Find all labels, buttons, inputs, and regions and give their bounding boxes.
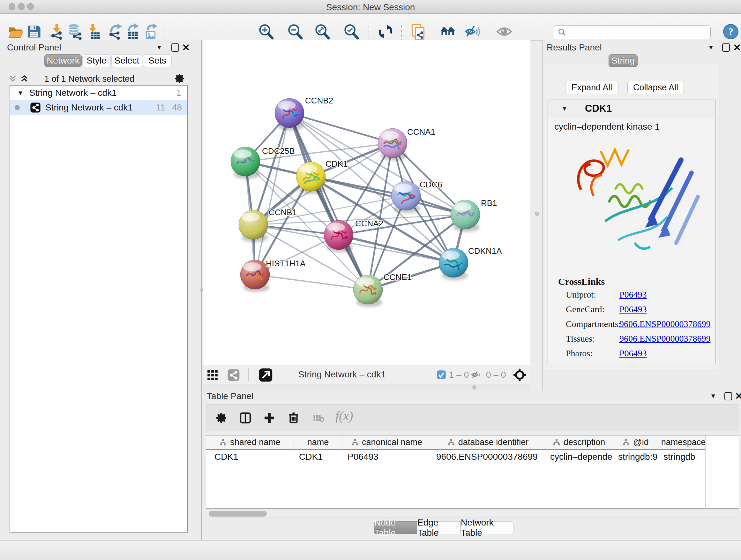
node-cdkn1a[interactable] [439, 248, 468, 277]
table-options-gear-icon[interactable] [215, 412, 228, 426]
node-hist1h1a[interactable] [240, 260, 270, 289]
node-cdk1[interactable] [296, 162, 326, 191]
birds-eye-view-icon[interactable] [513, 368, 527, 383]
eye-slash-icon [464, 23, 481, 40]
zoom-selected-button[interactable] [342, 23, 360, 41]
crosslink-link[interactable]: P06493 [619, 290, 647, 300]
results-panel-close-icon[interactable]: ✕ [733, 43, 741, 52]
right-splitter-handle[interactable] [535, 212, 539, 216]
table-toolbar: f(x) [206, 404, 739, 431]
search-input[interactable] [569, 27, 706, 38]
node-ccnb1[interactable] [239, 210, 268, 240]
export-image-button[interactable] [142, 23, 159, 41]
node-details-header[interactable]: ▼ CDK1 [548, 100, 715, 118]
tab-node-table[interactable]: Node Table [374, 521, 417, 534]
collapse-caret-icon[interactable]: ▼ [561, 105, 568, 112]
table-horizontal-scrollbar[interactable] [206, 509, 739, 518]
table-cell[interactable]: stringdb [658, 450, 705, 464]
tab-network-table[interactable]: Network Table [461, 521, 514, 534]
status-bar: Memory [0, 540, 741, 560]
crosslink-link[interactable]: 9606.ENSP00000378699 [619, 319, 711, 329]
network-status-dot-icon [15, 105, 20, 110]
tab-network[interactable]: Network [44, 54, 82, 67]
save-session-button[interactable] [25, 23, 43, 41]
tree-expand-caret-icon[interactable]: ▼ [17, 89, 23, 97]
import-table-file-button[interactable] [84, 23, 103, 41]
add-column-icon[interactable] [263, 412, 276, 426]
export-table-button[interactable] [124, 23, 141, 41]
results-panel-float-icon[interactable] [722, 44, 730, 52]
column-header[interactable]: description [545, 435, 613, 449]
zoom-in-button[interactable] [257, 23, 275, 41]
table-cell[interactable]: stringdb:9... [613, 450, 658, 464]
import-network-file-button[interactable] [48, 23, 66, 41]
table-row[interactable]: CDK1 CDK1 P06493 9606.ENSP00000378699 cy… [206, 450, 705, 464]
export-network-button[interactable] [106, 23, 124, 41]
collapse-all-button[interactable]: Collapse All [627, 81, 684, 94]
tab-style[interactable]: Style [82, 54, 111, 67]
table-cell[interactable]: P06493 [342, 450, 431, 464]
results-panel-menu-caret[interactable]: ▼ [708, 44, 714, 51]
node-ccna1[interactable] [378, 128, 407, 158]
crosslink-link[interactable]: P06493 [619, 348, 647, 359]
table-scroll-area[interactable]: shared name name canonical name database… [206, 435, 739, 509]
control-panel-float-icon[interactable] [172, 44, 179, 52]
table-cell[interactable]: CDK1 [206, 450, 294, 464]
node-rb1[interactable] [451, 200, 480, 229]
show-all-button[interactable] [495, 23, 513, 41]
control-panel-close-icon[interactable]: ✕ [182, 43, 190, 52]
zoom-out-button[interactable] [286, 23, 304, 41]
node-ccne1[interactable] [353, 275, 383, 304]
scrollbar-thumb[interactable] [209, 511, 267, 516]
network-graph[interactable]: CCNB2CCNA1CDC25BCDK1CDC6RB1CCNB1CCNA2CDK… [203, 40, 530, 366]
clone-network-button[interactable] [409, 23, 427, 41]
zoom-fit-button[interactable] [313, 23, 331, 41]
crosslink-link[interactable]: P06493 [619, 304, 647, 314]
network-collection-row[interactable]: ▼ String Network – cdk1 1 [10, 85, 187, 100]
toolbar-search[interactable] [554, 25, 711, 39]
node-table: shared name name canonical name database… [206, 435, 705, 464]
column-header[interactable]: name [294, 435, 342, 449]
network-canvas[interactable]: CCNB2CCNA1CDC25BCDK1CDC6RB1CCNB1CCNA2CDK… [203, 40, 530, 366]
column-header[interactable]: shared name [206, 435, 294, 449]
network-row-selected[interactable]: String Network – cdk1 11 48 [10, 100, 187, 115]
tab-select[interactable]: Select [111, 54, 142, 67]
table-panel-float-icon[interactable] [724, 392, 732, 400]
table-panel-close-icon[interactable]: ✕ [735, 391, 741, 401]
table-cell[interactable]: cyclin–dependent ... [545, 450, 613, 464]
network-options-gear-icon[interactable] [174, 73, 185, 85]
hide-selected-button[interactable] [463, 23, 481, 41]
control-panel-menu-caret[interactable]: ▼ [156, 44, 162, 51]
column-header[interactable]: @id [613, 435, 658, 449]
help-button[interactable]: ? [722, 23, 740, 41]
delete-column-trash-icon[interactable] [287, 411, 300, 426]
tab-edge-table[interactable]: Edge Table [417, 521, 461, 534]
column-header[interactable]: namespace [658, 435, 705, 449]
horizontal-splitter-handle[interactable] [472, 385, 476, 389]
expand-all-button[interactable]: Expand All [565, 81, 618, 94]
home-button[interactable] [439, 23, 457, 41]
show-columns-icon[interactable] [239, 412, 252, 426]
column-header[interactable]: database identifier [431, 435, 545, 449]
node-cdc6[interactable] [391, 181, 421, 210]
tab-sets[interactable]: Sets [143, 54, 172, 67]
table-panel-menu-caret[interactable]: ▼ [710, 392, 717, 400]
node-cdc25b[interactable] [231, 147, 260, 176]
column-header[interactable]: canonical name [342, 435, 431, 449]
table-cell[interactable]: CDK1 [294, 450, 342, 464]
grid-view-icon[interactable] [206, 369, 219, 382]
node-ccna2[interactable] [324, 220, 353, 250]
import-network-database-button[interactable] [65, 23, 83, 41]
refresh-button[interactable] [377, 23, 394, 41]
string-view-icon[interactable] [227, 369, 240, 383]
toolbar-separator [248, 368, 249, 381]
tab-string[interactable]: String [609, 54, 637, 67]
selected-checkbox-icon[interactable] [436, 370, 446, 381]
node-ccnb2[interactable] [275, 98, 304, 128]
zoom-selected-icon [343, 23, 360, 40]
detach-view-button[interactable] [259, 368, 273, 383]
horizontal-splitter[interactable] [203, 384, 530, 391]
table-cell[interactable]: 9606.ENSP00000378699 [431, 450, 545, 464]
crosslink-link[interactable]: 9606.ENSP00000378699 [619, 334, 711, 344]
open-session-button[interactable] [7, 23, 24, 41]
